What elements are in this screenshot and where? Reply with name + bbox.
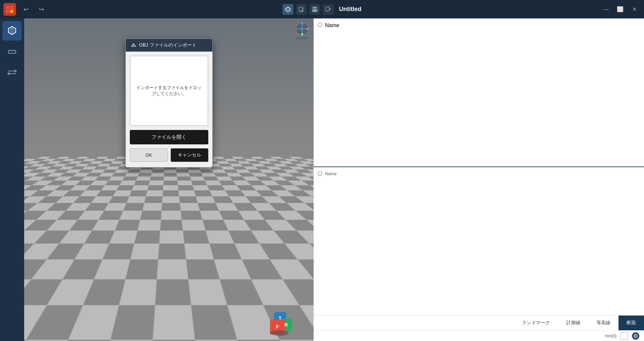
panel-bottom-indicator xyxy=(318,171,322,176)
open-file-button[interactable]: ファイルを開く xyxy=(130,130,208,144)
panel-top-indicator xyxy=(318,22,322,27)
svg-point-21 xyxy=(301,22,303,24)
close-button[interactable]: ✕ xyxy=(628,4,641,15)
app-title: Untitled xyxy=(339,6,362,13)
sidebar xyxy=(0,18,24,341)
sidebar-item-transfer[interactable] xyxy=(2,63,22,82)
right-panel: Name Name ランドマーク 計測値 等高線 断面 mm(0) xyxy=(314,18,644,341)
sidebar-item-measure[interactable] xyxy=(2,42,22,61)
svg-rect-10 xyxy=(326,7,329,11)
titlebar-tab-model[interactable] xyxy=(283,4,293,15)
svg-rect-2 xyxy=(6,10,9,13)
import-dialog: OBJ ファイルのインポート インポートするファイルをドロップしてください。 フ… xyxy=(125,39,213,167)
tab-measure[interactable]: 計測値 xyxy=(558,316,588,330)
app-logo xyxy=(3,3,16,16)
titlebar: ↩ ↪ Untitled xyxy=(0,0,644,18)
viewport-gizmo[interactable] xyxy=(294,22,310,42)
redo-button[interactable]: ↪ xyxy=(36,4,47,15)
viewport[interactable]: OBJ ファイルのインポート インポートするファイルをドロップしてください。 フ… xyxy=(24,18,314,341)
statusbar: mm(0) xyxy=(314,330,644,341)
drop-hint: インポートするファイルをドロップしてください。 xyxy=(136,85,202,97)
svg-rect-6 xyxy=(299,7,303,11)
panel-bottom: Name xyxy=(314,167,644,315)
bottom-tabs: ランドマーク 計測値 等高線 断面 xyxy=(314,315,644,330)
svg-rect-14 xyxy=(8,51,16,53)
dialog-body: インポートするファイルをドロップしてください。 ファイルを開く OK キャンセル xyxy=(126,52,212,167)
orient-cube[interactable]: T R F xyxy=(270,311,293,334)
cube-base xyxy=(270,330,289,336)
titlebar-tab-save[interactable] xyxy=(310,4,320,15)
gizmo-bar xyxy=(296,37,309,39)
svg-point-22 xyxy=(307,28,309,30)
titlebar-right: — ⬜ ✕ xyxy=(600,4,644,15)
titlebar-tab-import[interactable] xyxy=(323,4,334,15)
svg-rect-0 xyxy=(6,6,9,9)
drop-zone[interactable]: インポートするファイルをドロップしてください。 xyxy=(130,56,208,126)
panel-top-name: Name xyxy=(325,22,339,28)
undo-button[interactable]: ↩ xyxy=(20,4,32,15)
restore-button[interactable]: ⬜ xyxy=(614,4,627,15)
panel-bottom-name: Name xyxy=(325,171,337,176)
svg-point-23 xyxy=(301,33,303,35)
sidebar-item-model[interactable] xyxy=(2,21,22,41)
statusbar-icon[interactable] xyxy=(632,332,639,340)
tab-landmark[interactable]: ランドマーク xyxy=(514,316,558,330)
unit-box[interactable] xyxy=(621,332,628,340)
minimize-button[interactable]: — xyxy=(600,4,612,15)
unit-label: mm(0) xyxy=(605,334,616,338)
svg-rect-8 xyxy=(314,7,316,9)
titlebar-center: Untitled xyxy=(283,4,362,15)
panel-top: Name xyxy=(314,18,644,167)
titlebar-tab-copy[interactable] xyxy=(296,4,307,15)
svg-rect-1 xyxy=(10,6,13,9)
main-area: OBJ ファイルのインポート インポートするファイルをドロップしてください。 フ… xyxy=(0,18,644,341)
tab-section[interactable]: 断面 xyxy=(619,316,644,330)
svg-rect-9 xyxy=(313,9,317,11)
tab-spacer xyxy=(314,316,514,330)
dialog-footer: OK キャンセル xyxy=(130,148,208,163)
cancel-button[interactable]: キャンセル xyxy=(171,148,208,162)
tab-contour[interactable]: 等高線 xyxy=(588,316,619,330)
dialog-title: OBJ ファイルのインポート xyxy=(139,42,197,48)
svg-marker-4 xyxy=(286,7,290,12)
dialog-titlebar: OBJ ファイルのインポート xyxy=(126,39,212,52)
svg-rect-3 xyxy=(10,10,13,13)
ok-button[interactable]: OK xyxy=(130,148,168,162)
svg-marker-25 xyxy=(635,335,637,337)
titlebar-left: ↩ ↪ xyxy=(0,3,47,16)
